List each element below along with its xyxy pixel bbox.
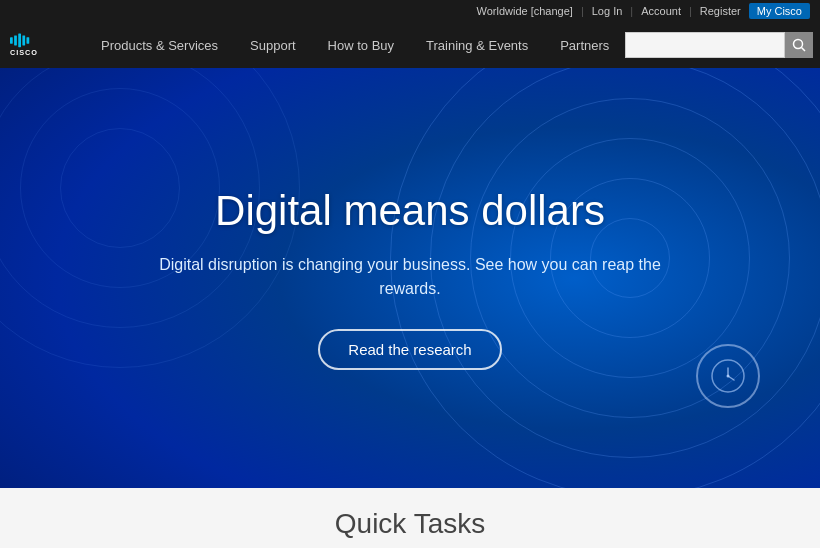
svg-rect-1 [14, 35, 17, 45]
sep1: | [581, 5, 584, 17]
nav-support[interactable]: Support [234, 22, 312, 68]
search-input[interactable] [625, 32, 785, 58]
nav-partners[interactable]: Partners [544, 22, 625, 68]
hero-title: Digital means dollars [130, 187, 690, 235]
hero-cta-button[interactable]: Read the research [318, 329, 501, 370]
account-link[interactable]: Account [641, 5, 681, 17]
sep2: | [630, 5, 633, 17]
nav-training[interactable]: Training & Events [410, 22, 544, 68]
my-cisco-button[interactable]: My Cisco [749, 3, 810, 19]
svg-point-11 [727, 375, 730, 378]
top-bar: Worldwide [change] | Log In | Account | … [0, 0, 820, 22]
svg-text:CISCO: CISCO [10, 48, 38, 57]
svg-rect-0 [10, 37, 13, 43]
quick-tasks-section: Quick Tasks [0, 488, 820, 548]
main-nav: CISCO Products & Services Support How to… [0, 22, 820, 68]
hero-subtitle: Digital disruption is changing your busi… [130, 253, 690, 301]
search-icon [792, 38, 806, 52]
hero-section: Digital means dollars Digital disruption… [0, 68, 820, 488]
svg-rect-3 [22, 35, 25, 45]
register-link[interactable]: Register [700, 5, 741, 17]
sep3: | [689, 5, 692, 17]
svg-rect-2 [18, 34, 21, 48]
svg-point-6 [794, 40, 803, 49]
search-form [625, 32, 813, 58]
svg-rect-4 [27, 37, 30, 43]
cisco-logo-svg: CISCO [10, 31, 65, 59]
search-button[interactable] [785, 32, 813, 58]
nav-products[interactable]: Products & Services [85, 22, 234, 68]
nav-how-to-buy[interactable]: How to Buy [312, 22, 410, 68]
logo[interactable]: CISCO [10, 31, 65, 59]
hero-content: Digital means dollars Digital disruption… [130, 187, 690, 370]
clock-icon [696, 344, 760, 408]
quick-tasks-title: Quick Tasks [0, 508, 820, 540]
nav-items: Products & Services Support How to Buy T… [85, 22, 625, 68]
worldwide-link[interactable]: Worldwide [change] [476, 5, 572, 17]
svg-line-7 [802, 48, 806, 52]
login-link[interactable]: Log In [592, 5, 623, 17]
